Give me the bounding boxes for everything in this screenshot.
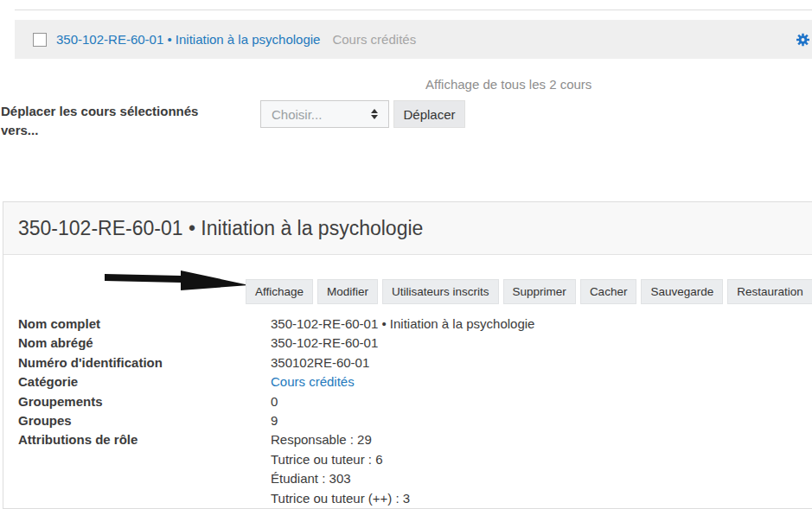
detail-label: Attributions de rôle [18,430,271,449]
tab-utilisateurs-inscrits[interactable]: Utilisateurs inscrits [382,279,499,304]
detail-row: Nom complet 350-102-RE-60-01 • Initiatio… [18,315,534,334]
category-link[interactable]: Cours crédités [271,372,355,391]
detail-value: 0 [271,392,278,411]
detail-value: 350102RE-60-01 [271,353,369,372]
tab-restauration[interactable]: Restauration [727,279,812,304]
tab-affichage[interactable]: Affichage [246,279,313,304]
black-arrow-annotation [99,267,254,295]
up-down-arrows-icon [371,109,378,119]
detail-label: Numéro d'identification [18,353,271,372]
courses-count-text: Affichage de tous les 2 cours [425,77,591,92]
course-link[interactable]: 350-102-RE-60-01 • Initiation à la psych… [56,32,320,47]
detail-row: Groupements 0 [18,392,534,411]
detail-label: Nom abrégé [18,334,271,353]
course-details-table: Nom complet 350-102-RE-60-01 • Initiatio… [18,315,534,508]
move-button[interactable]: Déplacer [393,100,465,128]
role-line: Tutrice ou tuteur : 6 [271,450,410,469]
tab-sauvegarde[interactable]: Sauvegarde [641,279,723,304]
detail-row: Groupes 9 [18,411,534,430]
tab-cacher[interactable]: Cacher [580,279,637,304]
detail-label: Groupes [18,411,271,430]
tab-supprimer[interactable]: Supprimer [503,279,576,304]
course-list: 350-102-RE-55-02 • General Psychology Co… [15,0,812,59]
course-checkbox[interactable] [33,33,47,47]
course-detail-panel: 350-102-RE-60-01 • Initiation à la psych… [3,201,812,509]
detail-row: Numéro d'identification 350102RE-60-01 [18,353,534,372]
move-courses-label: Déplacer les cours sélectionnés vers... [1,102,208,140]
action-tabs: Affichage Modifier Utilisateurs inscrits… [246,279,812,304]
panel-title: 350-102-RE-60-01 • Initiation à la psych… [18,217,423,240]
course-row: 350-102-RE-55-02 • General Psychology Co… [15,0,812,10]
role-line: Tutrice ou tuteur (++) : 3 [271,489,410,508]
detail-row: Attributions de rôle Responsable : 29 Tu… [18,430,534,508]
select-current-value: Choisir... [272,107,371,122]
tab-modifier[interactable]: Modifier [317,279,378,304]
detail-label: Groupements [18,392,271,411]
detail-value: 9 [271,411,278,430]
course-row: 350-102-RE-60-01 • Initiation à la psych… [15,20,812,59]
detail-row: Nom abrégé 350-102-RE-60-01 [18,334,534,353]
gear-icon[interactable] [796,33,809,46]
detail-row: Catégorie Cours crédités [18,372,534,391]
detail-label: Nom complet [18,315,271,334]
detail-label: Catégorie [18,372,271,391]
panel-header: 350-102-RE-60-01 • Initiation à la psych… [3,202,812,255]
page: 350-102-RE-55-02 • General Psychology Co… [0,0,812,509]
detail-value: 350-102-RE-60-01 [271,334,378,353]
role-line: Étudiant : 303 [271,469,410,488]
role-line: Responsable : 29 [271,430,410,449]
detail-value: 350-102-RE-60-01 • Initiation à la psych… [271,315,534,334]
course-category: Cours crédités [332,32,416,47]
detail-value-multiline: Responsable : 29 Tutrice ou tuteur : 6 É… [271,430,410,508]
move-category-select[interactable]: Choisir... [260,100,389,128]
